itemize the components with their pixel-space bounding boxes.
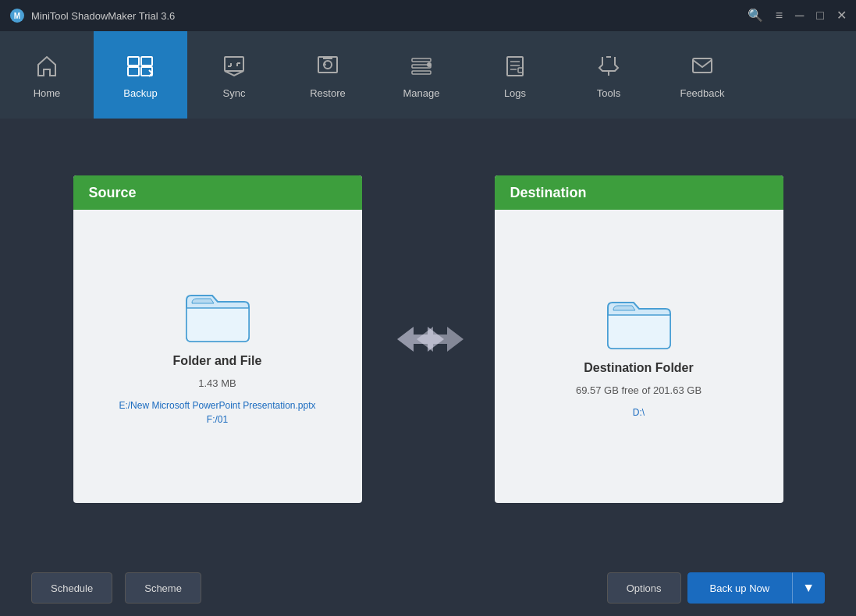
search-icon[interactable]: 🔍 [748,9,763,22]
source-header: Source [73,175,362,210]
destination-free-space: 69.57 GB free of 201.63 GB [576,384,701,396]
svg-rect-11 [412,71,431,74]
destination-header: Destination [495,175,783,210]
navbar: Home Backup Sync [0,31,856,119]
maximize-icon[interactable]: □ [816,9,824,22]
destination-folder-icon [604,293,674,352]
bottombar: Schedule Scheme Options Back up Now ▼ [0,560,856,616]
source-card-title: Folder and File [173,354,262,368]
restore-icon [315,54,340,83]
nav-label-manage: Manage [403,87,440,99]
destination-card[interactable]: Destination Destination Folder 69.57 GB … [495,175,783,503]
destination-title: Destination [510,185,587,201]
source-body[interactable]: Folder and File 1.43 MB E:/New Microsoft… [73,210,362,503]
destination-card-path: D:\ [633,405,645,420]
nav-label-feedback: Feedback [680,87,724,99]
bottombar-right: Options Back up Now ▼ [607,572,825,604]
nav-item-tools[interactable]: Tools [562,31,655,119]
destination-body[interactable]: Destination Folder 69.57 GB free of 201.… [495,210,783,503]
nav-item-backup[interactable]: Backup [94,31,187,119]
svg-text:M: M [14,12,20,20]
svg-rect-3 [128,67,139,76]
backup-now-dropdown-button[interactable]: ▼ [792,572,825,604]
sync-icon [222,54,247,83]
manage-icon [409,54,434,83]
bottombar-left: Schedule Scheme [31,572,201,604]
backup-area: Source Folder and File 1.43 MB E:/New Mi… [31,175,825,503]
home-icon [34,54,59,83]
svg-rect-2 [128,57,139,65]
source-card[interactable]: Source Folder and File 1.43 MB E:/New Mi… [73,175,362,503]
app-title: MiniTool ShadowMaker Trial 3.6 [31,10,175,22]
source-title: Source [89,185,137,201]
svg-rect-9 [412,58,431,62]
svg-rect-4 [141,57,152,65]
svg-point-12 [427,62,432,67]
app-logo: M [9,8,25,23]
backup-now-button[interactable]: Back up Now [687,572,793,604]
nav-item-logs[interactable]: Logs [468,31,562,119]
options-button[interactable]: Options [607,572,681,604]
arrows [393,322,464,356]
nav-item-sync[interactable]: Sync [187,31,281,119]
main-content: Source Folder and File 1.43 MB E:/New Mi… [0,119,856,560]
nav-item-manage[interactable]: Manage [375,31,468,119]
schedule-button[interactable]: Schedule [31,572,112,604]
nav-label-backup: Backup [123,87,157,99]
source-folder-icon [183,286,253,345]
nav-label-sync: Sync [223,87,246,99]
titlebar: M MiniTool ShadowMaker Trial 3.6 🔍 ≡ ─ □… [0,0,856,31]
nav-item-feedback[interactable]: Feedback [655,31,749,119]
svg-rect-6 [225,57,243,71]
svg-rect-15 [693,58,712,73]
titlebar-left: M MiniTool ShadowMaker Trial 3.6 [9,8,175,23]
destination-card-title: Destination Folder [584,361,693,375]
minimize-icon[interactable]: ─ [795,9,804,22]
logs-icon [503,54,527,83]
close-icon[interactable]: ✕ [836,9,847,22]
backup-icon [126,54,155,83]
nav-item-restore[interactable]: Restore [281,31,375,119]
nav-label-tools: Tools [597,87,620,99]
source-card-size: 1.43 MB [198,377,236,389]
tools-icon [596,54,621,83]
nav-label-home: Home [34,87,61,99]
menu-icon[interactable]: ≡ [776,9,783,22]
feedback-icon [690,54,715,83]
nav-label-restore: Restore [310,87,346,99]
nav-label-logs: Logs [504,87,526,99]
source-card-path: E:/New Microsoft PowerPoint Presentation… [119,398,315,427]
nav-item-home[interactable]: Home [0,31,94,119]
scheme-button[interactable]: Scheme [125,572,201,604]
window-controls: 🔍 ≡ ─ □ ✕ [748,9,847,22]
